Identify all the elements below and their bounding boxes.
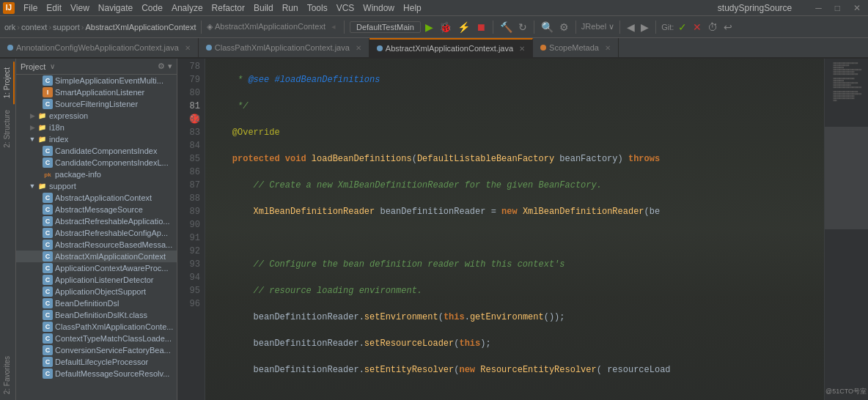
code-line-80: @Override [211, 126, 818, 139]
menu-edit[interactable]: Edit [42, 3, 66, 13]
line-num-86: 86 [177, 166, 200, 179]
tree-item-i18n[interactable]: ▶ 📁 i18n [16, 122, 177, 133]
breadcrumb-file[interactable]: AbstractXmlApplicationContext [85, 23, 196, 32]
back-arrow[interactable]: ◂ [331, 22, 336, 32]
git-check[interactable]: ✓ [677, 20, 688, 34]
menu-view[interactable]: View [66, 3, 94, 13]
tree-item-ClassPathXmlApplicationConte[interactable]: C ClassPathXmlApplicationConte... [16, 321, 177, 333]
git-x[interactable]: ✕ [691, 20, 703, 34]
minimap-viewport [825, 127, 868, 229]
window-close[interactable]: ✕ [849, 3, 865, 13]
menu-help[interactable]: Help [399, 3, 426, 13]
tree-arrow-down: ▼ [28, 136, 37, 143]
menu-tools[interactable]: Tools [303, 3, 332, 13]
breadcrumb-sep3: › [81, 23, 84, 32]
menu-run[interactable]: Run [278, 3, 303, 13]
tree-item-AbstractXmlApplicationContext[interactable]: C AbstractXmlApplicationContext [16, 251, 177, 262]
app-title: studySpringSource [713, 3, 796, 13]
sidebar-dropdown-icon[interactable]: ∨ [50, 62, 55, 70]
stop-button[interactable]: ⏹ [474, 20, 488, 34]
next-button[interactable]: ▶ [639, 20, 650, 34]
tab-classpath-icon [206, 45, 212, 51]
tree-item-DefaultLifecycleProcessor[interactable]: C DefaultLifecycleProcessor [16, 356, 177, 368]
tree-item-AbstractRefreshableConfigAp[interactable]: C AbstractRefreshableConfigAp... [16, 227, 177, 239]
tree-item-ApplicationListenerDetector[interactable]: C ApplicationListenerDetector [16, 274, 177, 286]
tree-item-expression[interactable]: ▶ 📁 expression [16, 110, 177, 122]
settings-button[interactable]: ⚙ [558, 20, 570, 34]
tab-annotation-close[interactable]: ✕ [185, 44, 191, 52]
tab-annotation[interactable]: AnnotationConfigWebApplicationContext.ja… [0, 38, 199, 57]
sidebar-collapse-icon[interactable]: ▾ [168, 62, 172, 71]
tree-label: ApplicationContextAwareProc... [55, 264, 169, 273]
code-line-90 [211, 390, 818, 400]
tree-item-AbstractApplicationContext[interactable]: C AbstractApplicationContext [16, 192, 177, 204]
run-config-dropdown[interactable]: DefaultTestMain [350, 21, 421, 33]
run-button[interactable]: ▶ [424, 20, 435, 34]
jrebel-label: JRebel ∨ [581, 22, 614, 32]
vtab-favorites[interactable]: 2: Favorites [1, 350, 15, 400]
menu-navigate[interactable]: Navigate [94, 3, 137, 13]
tree-item-CandidateComponentsIndexL[interactable]: C CandidateComponentsIndexL... [16, 157, 177, 168]
vtab-structure[interactable]: 2: Structure [1, 104, 15, 154]
tab-abstract[interactable]: AbstractXmlApplicationContext.java ✕ [369, 38, 533, 57]
tree-item-SourceFilteringListener[interactable]: C SourceFilteringListener [16, 98, 177, 110]
tree-item-SimpleApplicationEventMulti[interactable]: C SimpleApplicationEventMulti... [16, 75, 177, 86]
tree-item-ApplicationObjectSupport[interactable]: C ApplicationObjectSupport [16, 286, 177, 297]
class-icon: C [43, 333, 53, 344]
tab-classpath[interactable]: ClassPathXmlApplicationContext.java ✕ [199, 38, 369, 57]
toolbar-tab1[interactable]: ◈ AbstractXmlApplicationContext [207, 22, 325, 32]
class-icon: C [43, 158, 53, 168]
tree-item-BeanDefinitionDslKt[interactable]: C BeanDefinitionDslKt.class [16, 309, 177, 321]
code-editor[interactable]: 78 79 80 81 🔴 82 83 84 85 86 87 88 89 90… [177, 59, 868, 400]
toolbar-sep3 [493, 21, 493, 34]
tree-item-ConversionServiceFactoryBea[interactable]: C ConversionServiceFactoryBea... [16, 344, 177, 356]
tree-item-index[interactable]: ▼ 📁 index [16, 133, 177, 145]
window-minimize[interactable]: ─ [811, 3, 826, 13]
tree-label: AbstractMessageSource [55, 205, 143, 214]
window-maximize[interactable]: □ [831, 3, 845, 13]
build-button[interactable]: 🔨 [499, 20, 514, 34]
debug-button[interactable]: 🐞 [438, 20, 453, 34]
breadcrumb-support[interactable]: support [53, 23, 80, 32]
tab-abstract-close[interactable]: ✕ [519, 45, 525, 53]
sidebar-settings-icon[interactable]: ⚙ [158, 62, 165, 71]
menu-file[interactable]: File [19, 3, 42, 13]
vtab-project[interactable]: 1: Project [1, 62, 15, 104]
tree-item-AbstractResourceBasedMessa[interactable]: C AbstractResourceBasedMessa... [16, 239, 177, 251]
menu-vcs[interactable]: VCS [332, 3, 359, 13]
tab-scope[interactable]: ScopeMetada ✕ [533, 38, 619, 57]
tree-item-support[interactable]: ▼ 📁 support [16, 180, 177, 192]
tree-item-package-info[interactable]: pk package-info [16, 168, 177, 180]
class-icon: C [43, 204, 53, 215]
menu-window[interactable]: Window [358, 3, 399, 13]
watermark: @51CTO号室 [825, 387, 867, 396]
code-content[interactable]: * @see #loadBeanDefinitions */ @Override… [205, 59, 824, 400]
tree-item-AbstractRefreshableApplicatio[interactable]: C AbstractRefreshableApplicatio... [16, 215, 177, 227]
breadcrumb-ork[interactable]: ork [4, 23, 15, 32]
tab-scope-close[interactable]: ✕ [605, 44, 611, 52]
tree-label: CandidateComponentsIndexL... [55, 158, 169, 167]
git-clock[interactable]: ⏱ [706, 20, 719, 34]
tree-item-SmartApplicationListener[interactable]: I SmartApplicationListener [16, 86, 177, 98]
tree-item-AbstractMessageSource[interactable]: C AbstractMessageSource [16, 204, 177, 215]
search-button[interactable]: 🔍 [540, 20, 555, 34]
tree-item-ContextTypeMatchClassLoade[interactable]: C ContextTypeMatchClassLoade... [16, 333, 177, 344]
toolbar-sep6 [619, 21, 620, 34]
tree-item-CandidateComponentsIndex[interactable]: C CandidateComponentsIndex [16, 145, 177, 157]
breadcrumb-context[interactable]: context [21, 23, 47, 32]
tree-item-ApplicationContextAwareProc[interactable]: C ApplicationContextAwareProc... [16, 262, 177, 274]
coverage-button[interactable]: ⚡ [456, 20, 471, 34]
sync-button[interactable]: ↻ [517, 20, 529, 34]
menu-code[interactable]: Code [137, 3, 167, 13]
tree-item-DefaultMessageSourceResolv[interactable]: C DefaultMessageSourceResolv... [16, 368, 177, 379]
prev-button[interactable]: ◀ [625, 20, 636, 34]
tab-classpath-close[interactable]: ✕ [356, 44, 361, 52]
menu-build[interactable]: Build [249, 3, 278, 13]
menu-refactor[interactable]: Refactor [207, 3, 249, 13]
interface-icon: I [43, 87, 53, 97]
line-num-95: 95 [177, 284, 200, 297]
menu-analyze[interactable]: Analyze [167, 3, 207, 13]
tree-label: BeanDefinitionDsl [55, 299, 119, 308]
git-undo[interactable]: ↩ [722, 20, 734, 34]
tree-item-BeanDefinitionDsl[interactable]: C BeanDefinitionDsl [16, 297, 177, 309]
